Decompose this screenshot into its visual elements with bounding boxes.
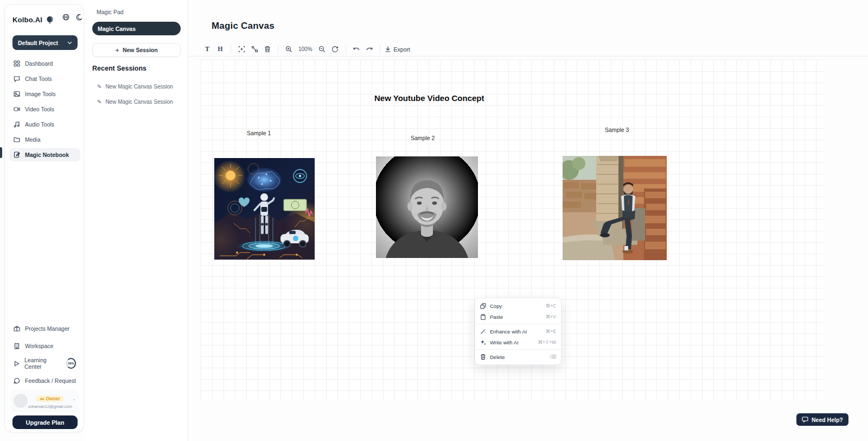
audio-icon <box>14 121 20 128</box>
context-menu-label: Enhance with AI <box>490 329 542 335</box>
context-menu-item-enhance-with-ai[interactable]: Enhance with AI ⌘+E <box>475 326 561 337</box>
ai-select-tool-button[interactable] <box>235 43 247 55</box>
help-chat-icon <box>802 417 808 423</box>
session-list-item[interactable]: ✎ New Magic Canvas Session <box>97 97 184 106</box>
trash-icon <box>264 46 271 53</box>
sidebar-item-workspace[interactable]: Workspace <box>9 338 80 354</box>
sidebar-item-learning-center[interactable]: Learning Center 66% <box>9 356 80 371</box>
selection-icon <box>238 46 245 53</box>
sidebar-item-label: Feedback / Request <box>25 377 76 384</box>
new-session-label: New Session <box>123 47 158 53</box>
building-icon <box>14 343 20 349</box>
sidebar-item-projects-manager[interactable]: Projects Manager <box>9 321 80 336</box>
canvas-text-object[interactable]: Sample 2 <box>411 135 435 141</box>
context-menu-shortcut: ⌘+⇧+W <box>538 339 556 345</box>
dark-mode-moon-icon[interactable] <box>76 14 82 21</box>
sidebar-item-dashboard[interactable]: Dashboard <box>9 57 80 70</box>
crown-icon <box>40 396 44 401</box>
sidebar-footer-nav: Projects Manager Workspace Learning Cent… <box>9 321 80 390</box>
text-tool-glyph: T <box>205 45 209 53</box>
magic-wand-icon <box>480 329 486 335</box>
progress-badge: 66% <box>66 358 76 369</box>
toolbar-divider-rule <box>188 56 868 56</box>
sidebar-item-label: Magic Notebook <box>25 152 69 158</box>
folder-icon <box>14 136 20 143</box>
connector-tool-button[interactable] <box>248 43 260 55</box>
sidebar-item-video-tools[interactable]: Video Tools <box>9 103 80 116</box>
session-list-item[interactable]: ✎ New Magic Canvas Session <box>97 82 184 91</box>
canvas-image-ai-robot[interactable] <box>214 158 315 260</box>
tool-panel: Magic Pad Magic Canvas + New Session Rec… <box>84 0 188 441</box>
zoom-level-indicator[interactable]: 100% <box>296 46 315 52</box>
context-menu-item-copy[interactable]: Copy ⌘+C <box>475 300 561 311</box>
logo-text: Kolbo.AI <box>12 16 42 24</box>
sidebar-item-image-tools[interactable]: Image Tools <box>9 87 80 100</box>
redo-button[interactable] <box>363 43 375 55</box>
sidebar-item-label: Chat Tools <box>25 75 52 82</box>
context-menu-item-write-with-ai[interactable]: Write with AI ⌘+⇧+W <box>475 337 561 348</box>
copy-icon <box>480 303 486 309</box>
context-menu-item-delete[interactable]: Delete ⌫ <box>475 351 561 362</box>
project-selector-label: Default Project <box>18 40 58 46</box>
canvas-heading-object[interactable]: New Youtube Video Concept <box>374 93 484 103</box>
session-item-label: New Magic Canvas Session <box>105 99 173 105</box>
project-selector[interactable]: Default Project <box>12 35 78 50</box>
heading-tool-glyph: H <box>218 45 222 53</box>
toolbar-divider <box>380 45 380 54</box>
magic-canvas-surface[interactable]: New Youtube Video Concept Sample 1 Sampl… <box>201 60 824 400</box>
globe-icon[interactable] <box>62 14 69 21</box>
canvas-toolbar: T H 100% Export <box>201 42 410 56</box>
user-account-row[interactable]: Owner zoharvan12@gmail.com ⌃ <box>10 389 79 412</box>
sidebar-item-label: Image Tools <box>25 91 55 97</box>
sidebar-item-label: Projects Manager <box>25 325 69 332</box>
need-help-button[interactable]: Need Help? <box>796 413 848 426</box>
context-menu-item-paste[interactable]: Paste ⌘+V <box>475 311 561 322</box>
sparkles-icon <box>480 339 486 345</box>
context-menu-label: Write with AI <box>490 339 534 345</box>
download-icon <box>385 46 391 53</box>
context-menu-label: Paste <box>490 314 542 320</box>
owner-badge: Owner <box>36 395 63 402</box>
canvas-text-object[interactable]: Sample 1 <box>247 130 271 136</box>
sidebar-item-label: Dashboard <box>25 60 53 67</box>
panel-item-magic-pad[interactable]: Magic Pad <box>97 9 124 15</box>
trash-icon <box>480 354 486 360</box>
canvas-image-portrait[interactable] <box>376 156 478 258</box>
sidebar-item-magic-notebook[interactable]: Magic Notebook <box>9 148 80 161</box>
upgrade-plan-label: Upgrade Plan <box>26 419 65 426</box>
zoom-in-button[interactable] <box>283 43 295 55</box>
play-icon <box>14 361 20 367</box>
sidebar-item-chat-tools[interactable]: Chat Tools <box>9 72 80 85</box>
export-button[interactable]: Export <box>385 46 410 53</box>
context-menu-shortcut: ⌫ <box>550 354 556 360</box>
canvas-image-ruins[interactable] <box>563 156 667 260</box>
delete-tool-button[interactable] <box>261 43 273 55</box>
sidebar-item-feedback[interactable]: Feedback / Request <box>9 373 80 388</box>
active-item-indicator <box>0 147 2 158</box>
undo-button[interactable] <box>350 43 362 55</box>
panel-item-magic-canvas[interactable]: Magic Canvas <box>92 22 181 35</box>
zoom-out-button[interactable] <box>316 43 328 55</box>
image-icon <box>14 91 20 97</box>
rotate-reset-icon <box>331 46 339 53</box>
toolbar-divider <box>231 45 231 54</box>
user-email: zoharvan12@gmail.com <box>28 404 72 409</box>
canvas-text-object[interactable]: Sample 3 <box>605 127 629 133</box>
zoom-out-icon <box>318 46 326 53</box>
recent-sessions-title: Recent Sessions <box>92 65 146 72</box>
new-session-button[interactable]: + New Session <box>92 43 181 57</box>
notebook-icon <box>14 152 20 158</box>
connector-icon <box>251 46 258 53</box>
reset-view-button[interactable] <box>329 43 341 55</box>
toolbar-divider <box>278 45 278 54</box>
context-menu: Copy ⌘+C Paste ⌘+V Enhance with AI ⌘+E W… <box>475 298 561 365</box>
upgrade-plan-button[interactable]: Upgrade Plan <box>12 415 78 429</box>
session-item-label: New Magic Canvas Session <box>105 84 173 90</box>
zoom-in-icon <box>285 46 292 53</box>
pencil-icon: ✎ <box>97 99 101 105</box>
heading-tool-button[interactable]: H <box>214 43 226 55</box>
text-tool-button[interactable]: T <box>201 43 213 55</box>
toolbar-divider <box>346 45 346 54</box>
sidebar-item-media[interactable]: Media <box>9 133 80 146</box>
sidebar-item-audio-tools[interactable]: Audio Tools <box>9 118 80 131</box>
